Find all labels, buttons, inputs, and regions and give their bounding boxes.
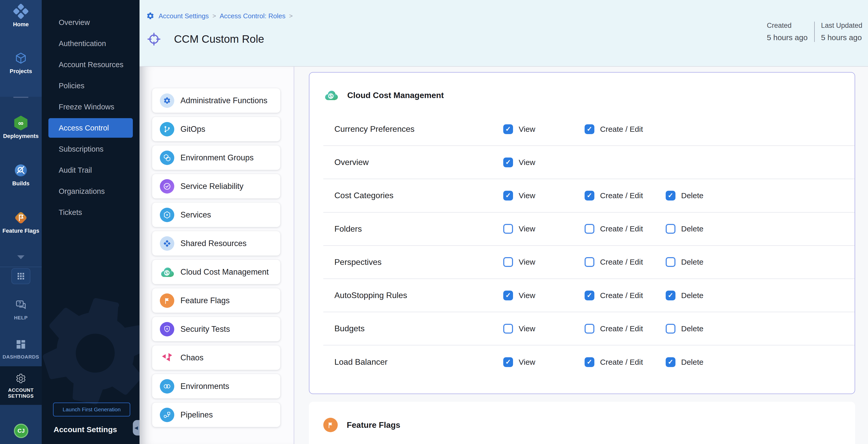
sidebar-item-account-resources[interactable]: Account Resources xyxy=(42,54,140,75)
app-window: CJ Home Projects∞ Deployments Builds Fea… xyxy=(0,0,868,444)
rail-item-projects[interactable]: Projects xyxy=(0,51,42,75)
ff-section-title: Feature Flags xyxy=(347,420,400,430)
checkbox-create_edit[interactable]: ✓ xyxy=(585,291,594,300)
resource-card-environment-groups[interactable]: Environment Groups xyxy=(152,146,280,170)
rail-item-help[interactable]: ? HELP xyxy=(0,298,42,321)
settings-gear-icon xyxy=(146,12,154,20)
rail-item-deployments[interactable]: ∞ Deployments xyxy=(0,116,42,139)
resource-card-security-tests[interactable]: Security Tests xyxy=(152,317,280,341)
resource-card-pipelines[interactable]: Pipelines xyxy=(152,403,280,427)
checkbox-create_edit[interactable] xyxy=(585,257,594,267)
sr-pie-icon xyxy=(160,179,174,194)
sidebar-item-organizations[interactable]: Organizations xyxy=(42,181,140,202)
env-groups-icon xyxy=(160,151,174,165)
services-hex-icon xyxy=(160,208,174,222)
rail-item-builds[interactable]: Builds xyxy=(0,163,42,187)
settings-sidebar: OverviewAuthenticationAccount ResourcesP… xyxy=(42,0,140,444)
resource-card-administrative-functions[interactable]: Administrative Functions xyxy=(152,88,280,113)
checkbox-create_edit[interactable]: ✓ xyxy=(585,124,594,134)
breadcrumb-account-settings[interactable]: Account Settings xyxy=(159,12,209,20)
checkbox-view[interactable] xyxy=(503,224,513,234)
ff-permissions-card: Feature Flags xyxy=(309,402,855,444)
rail-item-home[interactable]: Home xyxy=(0,4,42,28)
permission-row-label: Folders xyxy=(334,224,362,234)
rail-item-dashboards[interactable]: DASHBOARDS xyxy=(0,337,42,360)
ccm-cloud-icon: $ xyxy=(324,88,338,102)
breadcrumb-access-control-roles[interactable]: Access Control: Roles xyxy=(220,12,285,20)
permission-label: View xyxy=(519,191,535,200)
permission-label: View xyxy=(519,324,535,333)
permission-row-label: Currency Preferences xyxy=(334,124,414,134)
ff-flag-icon xyxy=(160,293,174,308)
resource-card-feature-flags[interactable]: Feature Flags xyxy=(152,288,280,313)
permission-label: Delete xyxy=(681,224,704,233)
checkbox-view[interactable]: ✓ xyxy=(503,124,513,134)
rail-item-account-settings[interactable]: ACCOUNT SETTINGS xyxy=(0,366,42,405)
title-row: CCM Custom Role xyxy=(147,32,264,46)
resource-card-label: Administrative Functions xyxy=(181,96,268,105)
dashboard-grid-icon xyxy=(15,337,27,352)
permission-create_edit: ✓ Create / Edit xyxy=(585,124,643,134)
resource-card-chaos[interactable]: Chaos xyxy=(152,345,280,370)
harness-home-icon xyxy=(12,4,30,19)
checkbox-delete[interactable] xyxy=(666,324,676,334)
resource-card-service-reliability[interactable]: Service Reliability xyxy=(152,174,280,198)
sidebar-item-tickets[interactable]: Tickets xyxy=(42,202,140,223)
rail-item-feature-flags[interactable]: Feature Flags xyxy=(0,211,42,234)
shared-diamond-icon xyxy=(160,236,174,251)
sidebar-item-overview[interactable]: Overview xyxy=(42,12,140,33)
permission-delete: Delete xyxy=(666,324,704,334)
sidebar-item-subscriptions[interactable]: Subscriptions xyxy=(42,138,140,160)
checkbox-view[interactable]: ✓ xyxy=(503,191,513,200)
checkbox-create_edit[interactable]: ✓ xyxy=(585,191,594,200)
avatar[interactable]: CJ xyxy=(14,424,28,438)
permission-view: ✓ View xyxy=(503,291,535,300)
checkbox-delete[interactable]: ✓ xyxy=(666,191,676,200)
sidebar-item-access-control[interactable]: Access Control xyxy=(49,118,133,138)
last-updated-value: 5 hours ago xyxy=(821,33,862,42)
permission-view: View xyxy=(503,224,535,234)
resource-card-shared-resources[interactable]: Shared Resources xyxy=(152,231,280,256)
pipelines-icon xyxy=(160,408,174,422)
permission-view: View xyxy=(503,324,535,334)
permission-delete: Delete xyxy=(666,224,704,234)
permission-delete: ✓ Delete xyxy=(666,357,704,367)
permission-view: ✓ View xyxy=(503,124,535,134)
permission-label: View xyxy=(519,358,535,367)
checkbox-create_edit[interactable]: ✓ xyxy=(585,357,594,367)
settings-nav-list: OverviewAuthenticationAccount ResourcesP… xyxy=(42,12,140,223)
chevron-down-icon[interactable] xyxy=(0,252,42,262)
sidebar-item-freeze-windows[interactable]: Freeze Windows xyxy=(42,96,140,117)
checkbox-delete[interactable] xyxy=(666,257,676,267)
checkbox-delete[interactable] xyxy=(666,224,676,234)
checkbox-view[interactable] xyxy=(503,257,513,267)
resource-card-environments[interactable]: Environments xyxy=(152,374,280,399)
sidebar-item-policies[interactable]: Policies xyxy=(42,75,140,96)
checkbox-view[interactable]: ✓ xyxy=(503,291,513,300)
checkbox-create_edit[interactable] xyxy=(585,224,594,234)
checkbox-delete[interactable]: ✓ xyxy=(666,291,676,300)
resource-card-cloud-cost-management[interactable]: $ Cloud Cost Management xyxy=(152,260,280,284)
checkbox-view[interactable]: ✓ xyxy=(503,357,513,367)
checkbox-view[interactable] xyxy=(503,324,513,334)
permission-create_edit: ✓ Create / Edit xyxy=(585,291,643,300)
checkbox-view[interactable]: ✓ xyxy=(503,158,513,167)
rail-item-label: HELP xyxy=(14,315,28,321)
sidebar-item-audit-trail[interactable]: Audit Trail xyxy=(42,160,140,181)
checkbox-delete[interactable]: ✓ xyxy=(666,357,676,367)
resource-card-services[interactable]: Services xyxy=(152,202,280,227)
permission-view: View xyxy=(503,257,535,267)
module-picker-button[interactable] xyxy=(11,268,30,284)
permission-create_edit: Create / Edit xyxy=(585,257,643,267)
checkbox-create_edit[interactable] xyxy=(585,324,594,334)
sidebar-item-authentication[interactable]: Authentication xyxy=(42,33,140,54)
launch-first-generation-button[interactable]: Launch First Generation xyxy=(53,403,130,416)
flag-diamond-icon xyxy=(13,211,28,225)
page-title: CCM Custom Role xyxy=(174,33,264,45)
ccm-permission-rows: Currency Preferences ✓ View ✓ Create / E… xyxy=(309,113,855,379)
sidebar-collapse-button[interactable]: ◀ xyxy=(133,420,140,436)
created-label: Created xyxy=(767,22,807,30)
ccm-cloud-icon: $ xyxy=(160,265,174,279)
permission-label: View xyxy=(519,125,535,134)
resource-card-gitops[interactable]: GitOps xyxy=(152,117,280,141)
